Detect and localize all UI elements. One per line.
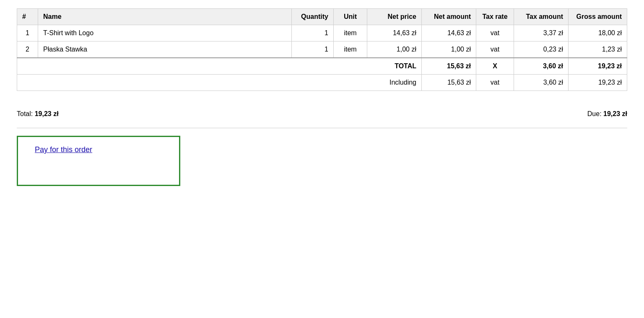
row-unit: item [334, 41, 367, 58]
col-header-tax-amount: Tax amount [514, 9, 569, 25]
row-tax-rate: vat [476, 41, 514, 58]
total-gross-amount: 19,23 zł [569, 58, 627, 75]
col-header-gross-amount: Gross amount [569, 9, 627, 25]
including-row: Including 15,63 zł vat 3,60 zł 19,23 zł [17, 75, 627, 91]
due-summary: Due: 19,23 zł [587, 110, 627, 118]
pay-order-link[interactable]: Pay for this order [35, 145, 92, 154]
col-header-name: Name [38, 9, 292, 25]
total-summary-value: 19,23 zł [35, 110, 59, 117]
table-row: 1 T-Shirt with Logo 1 item 14,63 zł 14,6… [17, 25, 627, 41]
including-label: Including [17, 75, 422, 91]
row-tax-rate: vat [476, 25, 514, 41]
row-unit: item [334, 25, 367, 41]
col-header-net-price: Net price [367, 9, 422, 25]
total-tax-rate: X [476, 58, 514, 75]
order-table: # Name Quantity Unit Net price Net amoun… [17, 8, 627, 91]
col-header-tax-rate: Tax rate [476, 9, 514, 25]
including-net-amount: 15,63 zł [422, 75, 476, 91]
including-gross-amount: 19,23 zł [569, 75, 627, 91]
total-net-amount: 15,63 zł [422, 58, 476, 75]
row-tax-amount: 3,37 zł [514, 25, 569, 41]
row-gross-amount: 1,23 zł [569, 41, 627, 58]
pay-box[interactable]: Pay for this order [17, 136, 180, 186]
total-tax-amount: 3,60 zł [514, 58, 569, 75]
row-num: 2 [17, 41, 38, 58]
col-header-quantity: Quantity [292, 9, 334, 25]
row-net-amount: 14,63 zł [422, 25, 476, 41]
row-quantity: 1 [292, 25, 334, 41]
summary-row: Total: 19,23 zł Due: 19,23 zł [17, 103, 627, 124]
total-summary: Total: 19,23 zł [17, 110, 59, 118]
total-label: TOTAL [17, 58, 422, 75]
due-summary-value: 19,23 zł [603, 110, 627, 117]
due-summary-label: Due: [587, 110, 602, 117]
row-net-amount: 1,00 zł [422, 41, 476, 58]
row-name: Płaska Stawka [38, 41, 292, 58]
divider [17, 128, 627, 128]
row-num: 1 [17, 25, 38, 41]
including-tax-rate: vat [476, 75, 514, 91]
row-tax-amount: 0,23 zł [514, 41, 569, 58]
including-tax-amount: 3,60 zł [514, 75, 569, 91]
row-gross-amount: 18,00 zł [569, 25, 627, 41]
row-net-price: 14,63 zł [367, 25, 422, 41]
table-row: 2 Płaska Stawka 1 item 1,00 zł 1,00 zł v… [17, 41, 627, 58]
col-header-unit: Unit [334, 9, 367, 25]
row-quantity: 1 [292, 41, 334, 58]
col-header-net-amount: Net amount [422, 9, 476, 25]
total-row: TOTAL 15,63 zł X 3,60 zł 19,23 zł [17, 58, 627, 75]
total-summary-label: Total: [17, 110, 33, 117]
row-name: T-Shirt with Logo [38, 25, 292, 41]
col-header-num: # [17, 9, 38, 25]
row-net-price: 1,00 zł [367, 41, 422, 58]
